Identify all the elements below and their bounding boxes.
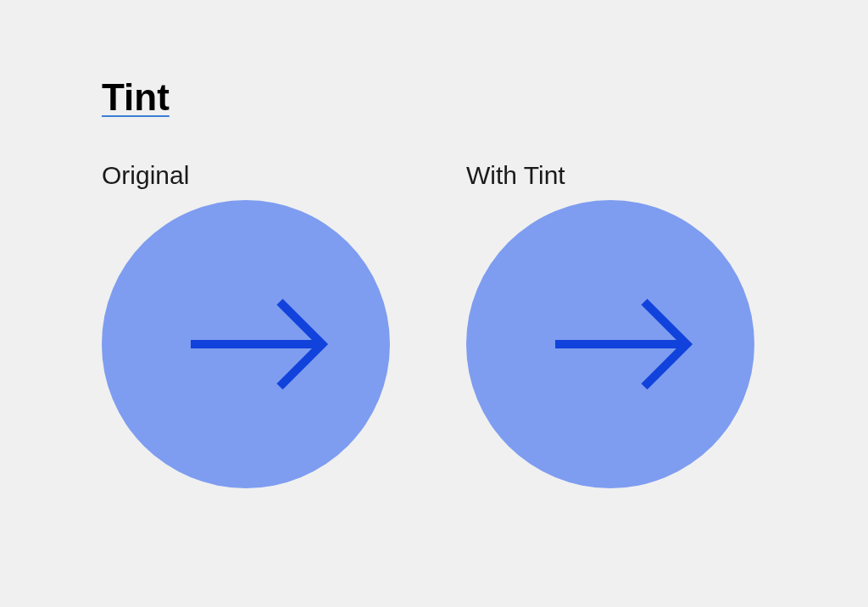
page-title: Tint (102, 76, 766, 119)
example-original: Original (102, 161, 390, 488)
examples-row: Original With Tint (102, 161, 766, 488)
circle-tinted (466, 200, 754, 488)
arrow-right-icon (182, 293, 335, 395)
arrow-right-icon (547, 293, 699, 395)
example-label: With Tint (466, 161, 565, 190)
example-label: Original (102, 161, 189, 190)
circle-original (102, 200, 390, 488)
example-with-tint: With Tint (466, 161, 754, 488)
